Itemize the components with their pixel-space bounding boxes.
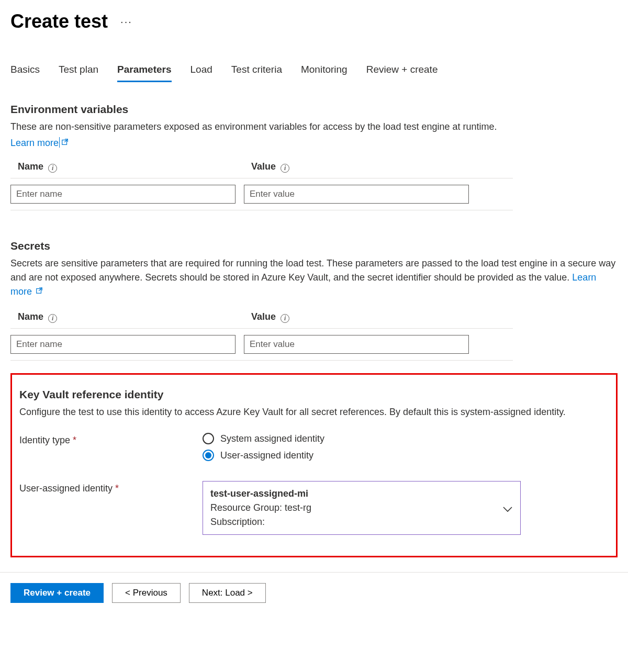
external-link-icon (36, 286, 43, 297)
radio-system-assigned[interactable]: System assigned identity (203, 433, 324, 444)
tabs: Basics Test plan Parameters Load Test cr… (10, 64, 618, 82)
secret-name-input[interactable] (10, 335, 236, 354)
tab-test-plan[interactable]: Test plan (59, 64, 98, 82)
review-create-button[interactable]: Review + create (10, 583, 104, 603)
tab-load[interactable]: Load (190, 64, 212, 82)
dropdown-selected-name: test-user-assigned-mi (210, 487, 311, 501)
previous-button[interactable]: < Previous (112, 583, 181, 603)
env-vars-heading: Environment variables (10, 103, 618, 116)
dropdown-resource-group: Resource Group: test-rg (210, 501, 311, 515)
info-icon[interactable]: i (281, 164, 289, 173)
secrets-heading: Secrets (10, 240, 618, 252)
identity-type-label: Identity type * (19, 433, 203, 461)
env-vars-table: Name i Value i (10, 161, 513, 210)
secrets-name-header: Name i (10, 311, 236, 323)
info-icon[interactable]: i (48, 164, 57, 173)
tab-monitoring[interactable]: Monitoring (301, 64, 347, 82)
env-var-name-input[interactable] (10, 185, 236, 204)
secrets-table: Name i Value i (10, 311, 513, 361)
footer-buttons: Review + create < Previous Next: Load > (10, 583, 618, 603)
env-var-value-input[interactable] (244, 185, 469, 204)
more-icon[interactable]: ··· (120, 16, 132, 28)
page-title: Create test (10, 10, 108, 32)
identity-type-radio-group: System assigned identity User-assigned i… (203, 433, 324, 461)
secrets-description: Secrets are sensitive parameters that ar… (10, 256, 618, 299)
env-vars-description: These are non-sensitive parameters expos… (10, 120, 618, 134)
tab-parameters[interactable]: Parameters (117, 64, 172, 82)
tab-review-create[interactable]: Review + create (366, 64, 438, 82)
dropdown-subscription: Subscription: (210, 515, 311, 529)
tab-basics[interactable]: Basics (10, 64, 40, 82)
keyvault-heading: Key Vault reference identity (19, 388, 609, 401)
user-assigned-identity-label: User-assigned identity * (19, 481, 203, 535)
info-icon[interactable]: i (281, 314, 289, 323)
external-link-icon (61, 138, 69, 147)
tab-test-criteria[interactable]: Test criteria (231, 64, 282, 82)
chevron-down-icon (502, 505, 513, 511)
env-vars-learn-more-link[interactable]: Learn more (10, 138, 59, 148)
env-vars-name-header: Name i (10, 161, 236, 173)
secret-value-input[interactable] (244, 335, 469, 354)
env-vars-value-header: Value i (244, 161, 469, 173)
info-icon[interactable]: i (48, 314, 57, 323)
user-assigned-identity-dropdown[interactable]: test-user-assigned-mi Resource Group: te… (203, 481, 521, 535)
secrets-value-header: Value i (244, 311, 469, 323)
next-button[interactable]: Next: Load > (189, 583, 266, 603)
radio-user-assigned[interactable]: User-assigned identity (203, 450, 324, 461)
keyvault-description: Configure the test to use this identity … (19, 405, 609, 419)
keyvault-highlight-box: Key Vault reference identity Configure t… (10, 373, 618, 557)
